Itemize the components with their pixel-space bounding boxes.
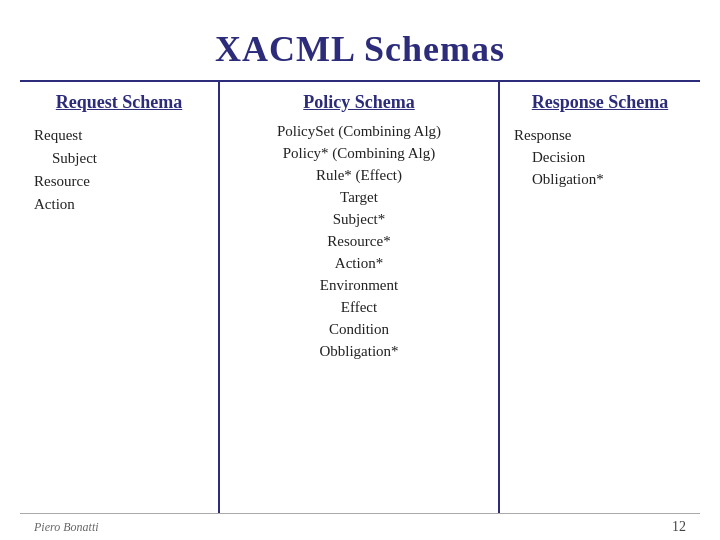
response-item-obligation: Obligation* bbox=[514, 171, 686, 188]
policy-item-0: PolicySet (Combining Alg) bbox=[277, 123, 441, 140]
page-number: 12 bbox=[672, 519, 686, 535]
footer: Piero Bonatti 12 bbox=[20, 513, 700, 540]
response-item-decision: Decision bbox=[514, 149, 686, 166]
policy-item-2: Rule* (Effect) bbox=[316, 167, 402, 184]
request-column: Request Subject Resource Action bbox=[20, 119, 220, 513]
policy-item-4: Subject* bbox=[333, 211, 386, 228]
column-headers: Request Schema Policy Schema Response Sc… bbox=[20, 82, 700, 119]
policy-item-3: Target bbox=[340, 189, 378, 206]
policy-item-10: Obbligation* bbox=[319, 343, 398, 360]
policy-item-8: Effect bbox=[341, 299, 377, 316]
response-schema-header: Response Schema bbox=[500, 82, 700, 119]
request-schema-header: Request Schema bbox=[20, 82, 220, 119]
policy-item-1: Policy* (Combining Alg) bbox=[283, 145, 436, 162]
content-area: Request Subject Resource Action PolicySe… bbox=[20, 119, 700, 513]
author-name: Piero Bonatti bbox=[34, 520, 99, 535]
policy-item-5: Resource* bbox=[327, 233, 390, 250]
policy-item-9: Condition bbox=[329, 321, 389, 338]
policy-item-6: Action* bbox=[335, 255, 383, 272]
request-item-action: Action bbox=[34, 196, 204, 213]
request-item-subject: Subject bbox=[34, 150, 204, 167]
page-title: XACML Schemas bbox=[215, 28, 505, 70]
policy-column: PolicySet (Combining Alg) Policy* (Combi… bbox=[220, 119, 500, 513]
request-item-resource: Resource bbox=[34, 173, 204, 190]
response-column: Response Decision Obligation* bbox=[500, 119, 700, 513]
main-area: Request Schema Policy Schema Response Sc… bbox=[20, 82, 700, 513]
policy-item-7: Environment bbox=[320, 277, 398, 294]
policy-schema-header: Policy Schema bbox=[220, 82, 500, 119]
request-item-request: Request bbox=[34, 127, 204, 144]
response-item-response: Response bbox=[514, 127, 686, 144]
